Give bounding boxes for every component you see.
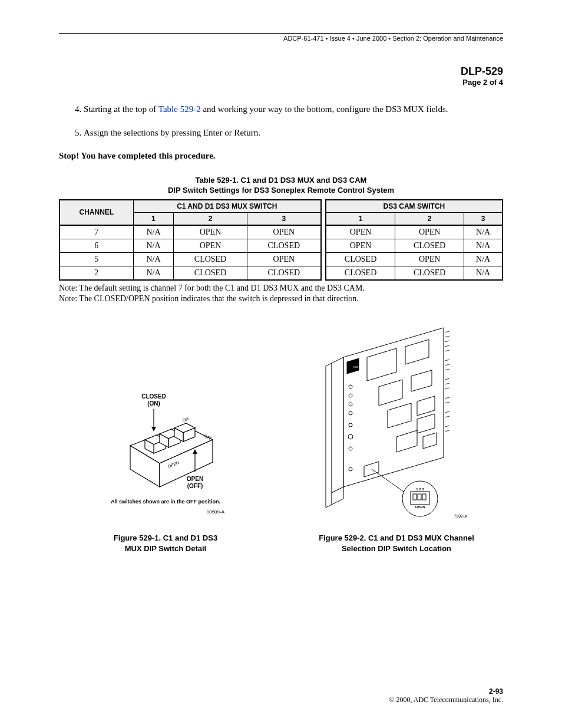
procedure-steps: Starting at the top of Table 529-2 and w… (70, 103, 503, 139)
cell: CLOSED (395, 266, 464, 280)
th-mux-2: 2 (174, 212, 247, 225)
on-label: (ON) (147, 400, 160, 407)
svg-point-51 (349, 423, 352, 427)
figure-1-caption: Figure 529-1. C1 and D1 DS3 MUX DIP Swit… (59, 533, 272, 554)
svg-line-21 (445, 336, 449, 337)
cell: CLOSED (326, 252, 395, 266)
open-label: OPEN (187, 476, 203, 482)
copyright: © 2000, ADC Telecommunications, Inc. (389, 696, 503, 704)
dlp-title: DLP-529 (59, 65, 503, 78)
cell: N/A (464, 225, 503, 239)
board-label: DS3 MUX (353, 365, 364, 368)
svg-rect-60 (418, 494, 421, 500)
cell: 5 (59, 252, 133, 266)
th-mux: C1 AND D1 DS3 MUX SWITCH (133, 200, 321, 213)
rule-top (59, 33, 503, 34)
cell: CLOSED (174, 266, 247, 280)
cell: OPEN (326, 239, 395, 252)
table-529-2-link[interactable]: Table 529-2 (158, 104, 201, 114)
svg-line-27 (445, 369, 449, 370)
note-1: Note: The default setting is channel 7 f… (59, 283, 503, 294)
fig1-cap-2: MUX DIP Switch Detail (125, 544, 206, 553)
svg-point-52 (348, 434, 353, 439)
cell: OPEN (174, 225, 247, 239)
page-number: 2-93 (389, 687, 503, 696)
svg-line-26 (445, 364, 449, 365)
svg-line-33 (445, 411, 449, 413)
svg-marker-17 (332, 357, 343, 493)
svg-line-34 (445, 416, 449, 417)
cell: 2 (59, 266, 133, 280)
cell: CLOSED (247, 239, 321, 252)
svg-rect-59 (413, 494, 416, 500)
svg-line-29 (445, 383, 449, 384)
dlp-page: Page 2 of 4 (59, 78, 503, 87)
cell: N/A (133, 239, 174, 252)
table-title: Table 529-1. C1 and D1 DS3 MUX and DS3 C… (59, 175, 503, 196)
step-5: Assign the selections by pressing Enter … (84, 127, 503, 139)
fig2-cap-1: Figure 529-2. C1 and D1 DS3 MUX Channel (319, 533, 474, 542)
th-cam: DS3 CAM SWITCH (326, 200, 503, 213)
cell: 6 (59, 239, 133, 252)
svg-line-36 (445, 430, 449, 431)
svg-line-23 (445, 345, 449, 347)
dip-switch-detail-illustration: CLOSED (ON) OPEN (OFF) ON OFF OPEN All s… (89, 369, 242, 522)
cell: CLOSED (395, 239, 464, 252)
svg-point-48 (349, 394, 352, 397)
svg-line-22 (445, 341, 449, 342)
th-cam-1: 1 (326, 212, 395, 225)
cell: N/A (464, 239, 503, 252)
svg-point-50 (349, 411, 352, 415)
dip-nums: 1 2 3 (416, 487, 424, 491)
fig1-code: 10509-A (207, 509, 225, 515)
th-mux-1: 1 (133, 212, 174, 225)
th-channel: CHANNEL (59, 200, 133, 225)
svg-line-28 (445, 378, 449, 380)
step-4-post: and working your way to the bottom, conf… (201, 104, 448, 114)
running-header: ADCP-61-471 • Issue 4 • June 2000 • Sect… (59, 35, 503, 42)
svg-line-24 (445, 350, 449, 351)
th-cam-3: 3 (464, 212, 503, 225)
page-footer: 2-93 © 2000, ADC Telecommunications, Inc… (389, 687, 503, 704)
fig1-cap-1: Figure 529-1. C1 and D1 DS3 (114, 533, 217, 542)
figure-2-caption: Figure 529-2. C1 and D1 DS3 MUX Channel … (290, 533, 503, 554)
figure-529-1: CLOSED (ON) OPEN (OFF) ON OFF OPEN All s… (59, 369, 272, 554)
svg-line-35 (445, 426, 449, 427)
svg-marker-13 (151, 427, 156, 431)
cell: N/A (133, 225, 174, 239)
svg-marker-19 (326, 363, 332, 508)
cell: OPEN (395, 225, 464, 239)
svg-point-47 (349, 385, 352, 388)
closed-label: CLOSED (141, 393, 166, 400)
dlp-heading: DLP-529 Page 2 of 4 (59, 65, 503, 87)
svg-line-20 (445, 331, 449, 332)
gap (321, 200, 326, 280)
cell: N/A (464, 252, 503, 266)
figure-529-2: DS3 MUX 1 2 3 OPEN 7902-A Figure 529-2. … (290, 322, 503, 554)
on-side-label: ON (182, 416, 189, 422)
cell: 7 (59, 225, 133, 239)
cell: CLOSED (326, 266, 395, 280)
pcb-illustration: DS3 MUX 1 2 3 OPEN 7902-A (308, 322, 485, 522)
th-mux-3: 3 (247, 212, 321, 225)
cell: OPEN (247, 252, 321, 266)
svg-line-25 (445, 360, 449, 361)
fig2-cap-2: Selection DIP Switch Location (342, 544, 451, 553)
fig1-note: All switches shown are in the OFF positi… (111, 499, 220, 505)
th-cam-2: 2 (395, 212, 464, 225)
svg-point-54 (349, 467, 352, 471)
svg-line-32 (445, 402, 449, 403)
cell: CLOSED (174, 252, 247, 266)
step-4: Starting at the top of Table 529-2 and w… (84, 103, 503, 115)
cell: N/A (133, 252, 174, 266)
cell: N/A (464, 266, 503, 280)
svg-line-30 (445, 388, 449, 389)
svg-rect-61 (422, 494, 426, 500)
cell: OPEN (247, 225, 321, 239)
cell: CLOSED (247, 266, 321, 280)
table-notes: Note: The default setting is channel 7 f… (59, 283, 503, 304)
table-row: 7 N/A OPEN OPEN OPEN OPEN N/A (59, 225, 503, 239)
svg-line-31 (445, 397, 449, 398)
off-label: (OFF) (187, 483, 203, 489)
cell: OPEN (174, 239, 247, 252)
